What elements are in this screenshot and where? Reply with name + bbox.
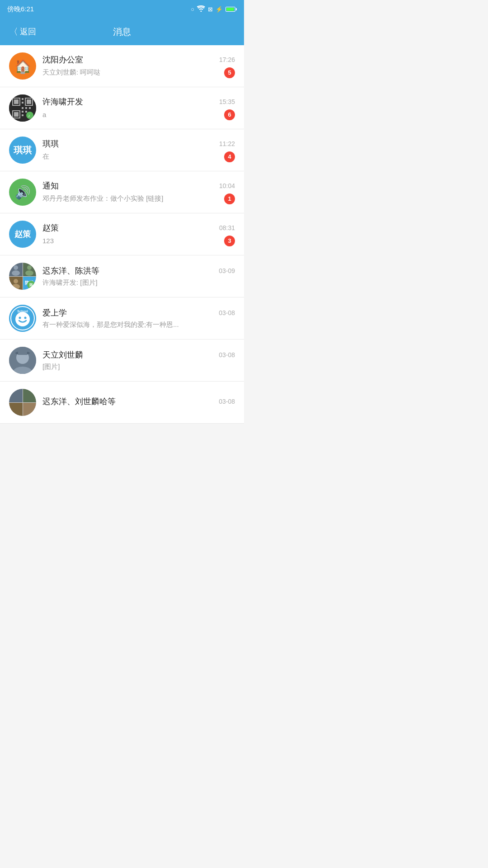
list-item[interactable]: School 爱上学 03-08 有一种爱深似海，那是您对我的爱;有一种恩... (0, 297, 244, 340)
message-bottom: 天立刘世麟: 呵呵哒 5 (42, 67, 235, 78)
list-item[interactable]: 天立刘世麟 03-08 [图片] (0, 340, 244, 382)
message-top: 迟东洋、陈洪等 03-09 (42, 265, 235, 276)
list-item[interactable]: 赵策 赵策 08:31 123 3 (0, 213, 244, 255)
svg-rect-13 (22, 107, 23, 109)
list-item[interactable]: 陈洪 陈 迟东洋、陈洪等 03-09 许海啸开发: [图片] (0, 255, 244, 297)
message-list: 🏠 沈阳办公室 17:26 天立刘世麟: 呵呵哒 5 (0, 45, 244, 424)
message-time: 03-08 (219, 309, 235, 316)
svg-point-22 (27, 265, 32, 270)
svg-point-26 (12, 284, 20, 289)
message-content: 迟东洋、刘世麟哈等 03-08 (42, 396, 235, 409)
message-content: 迟东洋、陈洪等 03-09 许海啸开发: [图片] (42, 265, 235, 287)
contact-name: 琪琪 (42, 138, 59, 149)
status-bar: 傍晚6:21 ○ ⊠ ⚡ (0, 0, 244, 18)
message-top: 通知 10:04 (42, 180, 235, 191)
battery-icon (225, 7, 237, 12)
svg-text:♪: ♪ (28, 113, 30, 118)
message-top: 天立刘世麟 03-08 (42, 349, 235, 360)
back-chevron-icon: 〈 (9, 26, 18, 38)
unread-badge: 6 (224, 109, 235, 120)
svg-rect-4 (27, 99, 31, 104)
unread-badge: 3 (224, 236, 235, 246)
message-top: 赵策 08:31 (42, 222, 235, 233)
charging-icon: ⚡ (216, 6, 223, 13)
house-icon: 🏠 (14, 58, 31, 74)
list-item[interactable]: 🏠 沈阳办公室 17:26 天立刘世麟: 呵呵哒 5 (0, 45, 244, 87)
contact-name: 迟东洋、刘世麟哈等 (42, 396, 116, 407)
list-item[interactable]: 迟东洋、刘世麟哈等 03-08 (0, 382, 244, 424)
message-time: 03-08 (219, 351, 235, 359)
group-avatar-cell-2 (23, 263, 36, 276)
svg-point-30 (19, 317, 21, 319)
message-preview: 天立刘世麟: 呵呵哒 (42, 68, 221, 77)
status-time: 傍晚6:21 (7, 5, 34, 14)
message-time: 17:26 (219, 56, 235, 63)
message-time: 03-09 (219, 267, 235, 274)
list-item[interactable]: ♪ 许海啸开发 15:35 a 6 (0, 87, 244, 129)
unread-badge: 1 (224, 193, 235, 204)
contact-name: 许海啸开发 (42, 96, 83, 107)
avatar: 琪琪 (9, 137, 36, 164)
message-content: 琪琪 11:22 在 4 (42, 138, 235, 162)
message-bottom: 有一种爱深似海，那是您对我的爱;有一种恩... (42, 321, 235, 329)
contact-name: 天立刘世麟 (42, 349, 83, 360)
contact-name: 沈阳办公室 (42, 54, 83, 65)
back-label: 返回 (20, 26, 36, 37)
message-bottom: 123 3 (42, 236, 235, 246)
svg-rect-12 (22, 102, 23, 104)
contact-name: 赵策 (42, 222, 59, 233)
message-bottom: 许海啸开发: [图片] (42, 278, 235, 287)
avatar-text: 赵策 (14, 229, 31, 240)
message-preview: 邓丹丹老师发布作业：做个小实验 [链接] (42, 194, 221, 203)
svg-rect-2 (14, 99, 19, 104)
alarm-icon: ○ (191, 6, 194, 13)
message-content: 天立刘世麟 03-08 [图片] (42, 349, 235, 371)
message-top: 迟东洋、刘世麟哈等 03-08 (42, 396, 235, 407)
svg-point-31 (24, 317, 27, 319)
svg-rect-6 (14, 112, 19, 117)
svg-rect-15 (22, 114, 23, 116)
speaker-icon: 🔊 (15, 185, 31, 200)
message-time: 15:35 (219, 98, 235, 105)
avatar: School (9, 305, 36, 332)
qr-icon: ♪ (9, 94, 36, 122)
message-time: 08:31 (219, 224, 235, 231)
unread-badge: 4 (224, 151, 235, 162)
svg-rect-14 (22, 111, 23, 113)
svg-point-23 (25, 270, 33, 276)
avatar (9, 347, 36, 374)
svg-rect-9 (25, 111, 27, 113)
signal-icon: ⊠ (208, 6, 213, 13)
wifi-icon (197, 5, 205, 13)
svg-point-20 (12, 270, 20, 276)
svg-text:School: School (17, 310, 28, 313)
message-bottom: 邓丹丹老师发布作业：做个小实验 [链接] 1 (42, 193, 235, 204)
message-preview: 许海啸开发: [图片] (42, 278, 235, 287)
message-bottom: [图片] (42, 363, 235, 371)
avatar: ♪ (9, 94, 36, 122)
message-time: 10:04 (219, 182, 235, 189)
message-preview: a (42, 111, 221, 118)
svg-point-25 (14, 279, 18, 283)
svg-point-29 (15, 312, 30, 326)
contact-name: 通知 (42, 180, 59, 191)
message-bottom: 在 4 (42, 151, 235, 162)
message-content: 爱上学 03-08 有一种爱深似海，那是您对我的爱;有一种恩... (42, 307, 235, 329)
group-avatar-cell-3 (9, 277, 22, 289)
group-avatar-cell-1 (9, 263, 22, 276)
page-title: 消息 (113, 26, 131, 38)
contact-photo (9, 347, 36, 374)
contact-name: 迟东洋、陈洪等 (42, 265, 99, 276)
message-content: 通知 10:04 邓丹丹老师发布作业：做个小实验 [链接] 1 (42, 180, 235, 204)
message-top: 琪琪 11:22 (42, 138, 235, 149)
group-badge: 陈 (27, 281, 35, 289)
back-button[interactable]: 〈 返回 (9, 26, 36, 38)
school-icon: School (9, 305, 36, 332)
list-item[interactable]: 🔊 通知 10:04 邓丹丹老师发布作业：做个小实验 [链接] 1 (0, 171, 244, 213)
message-time: 03-08 (219, 398, 235, 405)
list-item[interactable]: 琪琪 琪琪 11:22 在 4 (0, 129, 244, 171)
message-content: 沈阳办公室 17:26 天立刘世麟: 呵呵哒 5 (42, 54, 235, 78)
message-top: 沈阳办公室 17:26 (42, 54, 235, 65)
message-time: 11:22 (219, 140, 235, 147)
svg-point-19 (14, 265, 18, 270)
